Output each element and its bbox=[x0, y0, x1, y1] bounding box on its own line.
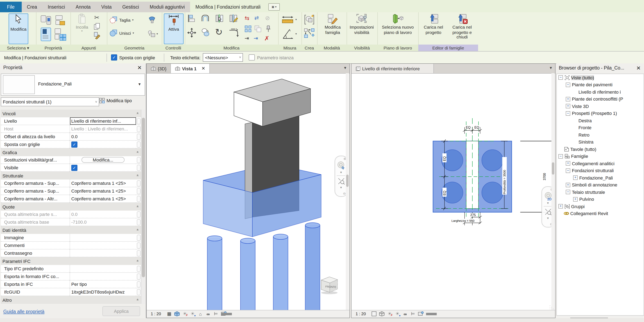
align-multi-icon[interactable]: ⇥ bbox=[254, 35, 258, 41]
scale-label[interactable]: 1 : 20 bbox=[151, 312, 161, 316]
ribbon-tab-moduli-aggiuntivi[interactable]: Moduli aggiuntivi bbox=[144, 2, 190, 12]
collapse-icon[interactable]: « bbox=[136, 151, 140, 153]
reveal-hidden-icon[interactable]: ∞ bbox=[205, 311, 211, 317]
browser-item-viste-3d[interactable]: +Viste 3D bbox=[557, 103, 644, 110]
browser-item-label[interactable]: Viste 3D bbox=[572, 104, 589, 109]
associate-parameter-button[interactable] bbox=[136, 211, 141, 218]
move-icon[interactable] bbox=[187, 28, 196, 38]
paint-icon[interactable] bbox=[148, 15, 156, 24]
expand-node-icon[interactable]: + bbox=[566, 161, 570, 166]
properties-close-icon[interactable]: ✕ bbox=[137, 65, 142, 71]
browser-item-label[interactable]: Prospetti (Prospetto 1) bbox=[572, 111, 617, 116]
trim-extend-icon[interactable] bbox=[229, 28, 239, 38]
sun-path-icon-2[interactable]: ☀✗ bbox=[387, 311, 392, 317]
detail-level-icon[interactable]: ▦ bbox=[166, 311, 172, 317]
viewport2-vscrollbar[interactable] bbox=[552, 73, 555, 310]
delete-icon[interactable]: ✗ bbox=[264, 35, 269, 42]
associate-parameter-button[interactable] bbox=[136, 234, 141, 242]
view-tab-menu-icon-2[interactable]: ▼ bbox=[549, 66, 553, 70]
type-selector[interactable]: Fondazione_Pali ▼ bbox=[1, 74, 145, 96]
browser-item-telaio-strutturale[interactable]: −Telaio strutturale bbox=[557, 188, 644, 196]
load-into-project-close-button[interactable]: Carica nel progetto e chiudi bbox=[448, 13, 476, 43]
ribbon-tab-annota[interactable]: Annota bbox=[70, 2, 96, 12]
copy-element-icon[interactable] bbox=[201, 28, 210, 37]
browser-item-label[interactable]: Fondazione_Pali bbox=[579, 175, 613, 180]
displaced-elements-icon-2[interactable] bbox=[418, 311, 424, 317]
browser-item-fondazione-pali[interactable]: +Fondazione_Pali bbox=[557, 174, 644, 181]
associate-parameter-button[interactable] bbox=[136, 156, 141, 164]
browser-item-collegamenti-analitici[interactable]: +Collegamenti analitici bbox=[557, 160, 644, 167]
browser-item-label[interactable]: Retro bbox=[578, 133, 590, 137]
property-value[interactable]: Livello : Livello di riferimen... bbox=[70, 125, 136, 133]
align-icon[interactable] bbox=[187, 14, 196, 22]
property-value[interactable]: Copriferro armatura 1 <25> bbox=[70, 179, 136, 187]
associate-parameter-button[interactable] bbox=[136, 133, 141, 141]
browser-item-label[interactable]: Gruppi bbox=[571, 204, 584, 209]
join-geometry-button[interactable]: Unisci▾ bbox=[110, 29, 134, 37]
browser-item-label[interactable]: Collegamenti analitici bbox=[572, 161, 614, 166]
property-value[interactable]: ✓ bbox=[70, 164, 136, 172]
tab-livello-riferimento[interactable]: Livello di riferimento inferiore bbox=[352, 64, 434, 73]
associate-parameter-button[interactable] bbox=[136, 218, 141, 226]
associate-parameter-button[interactable] bbox=[136, 187, 141, 195]
browser-item-label[interactable]: Sinistra bbox=[578, 140, 594, 145]
browser-item-label[interactable]: Tavole (tutto) bbox=[570, 147, 596, 152]
view-tab-menu-icon[interactable]: ▼ bbox=[343, 66, 347, 70]
lock-view-icon[interactable]: ⊨ bbox=[213, 311, 219, 317]
split-element-icon[interactable] bbox=[215, 14, 224, 23]
reveal-hidden-icon-2[interactable]: ∞ bbox=[402, 311, 408, 317]
crop-view-icon[interactable]: ⌂ bbox=[198, 311, 203, 317]
collapse-node-icon[interactable]: − bbox=[566, 83, 570, 87]
pick-workplane-button[interactable]: Seleziona nuovo piano di lavoro bbox=[379, 13, 416, 43]
apply-button[interactable]: Applica bbox=[102, 306, 140, 316]
browser-item-fronte[interactable]: Fronte bbox=[557, 124, 644, 131]
browser-item-gruppi[interactable]: +Gruppi bbox=[557, 203, 644, 210]
array-icon[interactable] bbox=[244, 25, 252, 32]
split-with-gap-icon[interactable] bbox=[229, 14, 238, 23]
ribbon-tab-inserisci[interactable]: Inserisci bbox=[42, 2, 70, 12]
instance-parameter-checkbox[interactable] bbox=[249, 54, 255, 60]
property-edit-button[interactable]: Modifica... bbox=[82, 157, 124, 163]
scale-icon[interactable] bbox=[254, 25, 261, 32]
mirror-axis-icon[interactable]: ⇆ bbox=[244, 15, 249, 21]
activate-dimensions-button[interactable]: Attiva bbox=[164, 13, 184, 44]
browser-item-label[interactable]: Viste (tutto) bbox=[571, 75, 594, 80]
property-value[interactable]: 0.0 bbox=[70, 211, 136, 218]
browser-item-piante-dei-pavimenti[interactable]: −Piante dei pavimenti bbox=[557, 81, 644, 88]
ribbon-tab-crea[interactable]: Crea bbox=[22, 2, 42, 12]
associate-parameter-button[interactable] bbox=[136, 273, 141, 281]
ribbon-tab-modifica-fondazioni-strutturali[interactable]: Modifica | Fondazioni strutturali bbox=[190, 2, 266, 12]
expand-node-icon[interactable]: + bbox=[558, 204, 563, 209]
navbar-minimize-icon[interactable]: ⊖ bbox=[343, 192, 346, 195]
property-section-vincoli[interactable]: Vincoli« bbox=[1, 110, 141, 117]
browser-item-prospetti-prospetto-1-[interactable]: −Prospetti (Prospetto 1) bbox=[557, 110, 644, 117]
property-value[interactable]: Modifica... bbox=[70, 156, 136, 164]
mirror-pick-icon[interactable]: ⇄ bbox=[254, 15, 259, 21]
scale-label-2[interactable]: 1 : 20 bbox=[356, 312, 366, 316]
lock-view-icon-2[interactable]: ⊨ bbox=[410, 311, 416, 317]
browser-item-destra[interactable]: Destra bbox=[557, 117, 644, 124]
collapse-node-icon[interactable]: − bbox=[566, 190, 570, 194]
match-properties-icon[interactable] bbox=[94, 32, 101, 39]
ribbon-tab-file[interactable]: File bbox=[0, 2, 22, 12]
property-value[interactable] bbox=[70, 265, 136, 273]
browser-item-label[interactable]: Collegamenti Revit bbox=[570, 211, 608, 216]
viewcube-front-label[interactable]: FRONTE bbox=[325, 285, 336, 289]
browser-item-collegamenti-revit[interactable]: Collegamenti Revit bbox=[557, 210, 644, 217]
property-section-dati-identit-[interactable]: Dati identità« bbox=[1, 226, 141, 234]
expand-node-icon[interactable]: + bbox=[566, 183, 570, 187]
cut-icon[interactable]: ✂ bbox=[94, 14, 99, 21]
edit-type-button[interactable]: Modifica tipo bbox=[99, 98, 132, 103]
cope-button[interactable]: ▾ bbox=[148, 30, 158, 38]
create-similar-icon[interactable] bbox=[304, 28, 315, 38]
associate-parameter-button[interactable] bbox=[136, 249, 141, 257]
label-text-dropdown[interactable]: <Nessuno>˅ bbox=[203, 53, 243, 62]
viewport1-hscrollbar-thumb[interactable] bbox=[221, 313, 232, 315]
expand-node-icon[interactable]: + bbox=[566, 97, 570, 101]
browser-item-simboli-di-annotazione[interactable]: +Simboli di annotazione bbox=[557, 181, 644, 188]
ribbon-collapse-button[interactable]: ▣ ▾ bbox=[268, 3, 280, 11]
property-section-quote[interactable]: Quote« bbox=[1, 203, 141, 211]
property-section-parametri-ifc[interactable]: Parametri IFC« bbox=[1, 257, 141, 265]
collapse-node-icon[interactable]: − bbox=[558, 154, 563, 159]
associate-parameter-button[interactable] bbox=[136, 195, 141, 203]
